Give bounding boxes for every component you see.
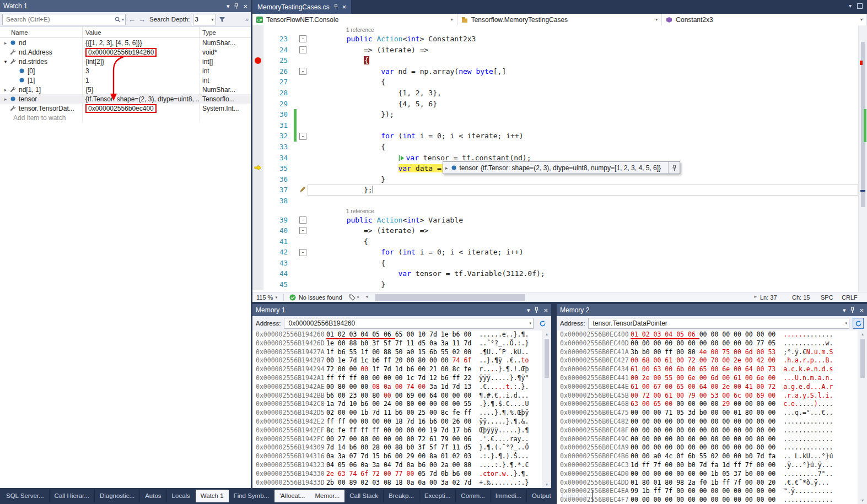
bottom-tab-allocat[interactable]: 'Allocat...: [274, 490, 310, 502]
glyph-margin[interactable]: [252, 196, 263, 207]
memory2-scrollbar[interactable]: ▴ ▾: [858, 330, 867, 504]
glyph-margin[interactable]: [252, 185, 263, 196]
memory-row[interactable]: 0x000002556B0EC4DD01 80 01 80 98 2a f0 1…: [560, 479, 858, 487]
search-prev-icon[interactable]: ←: [128, 16, 136, 23]
memory-row[interactable]: 0x000002556B0EC4D000 00 00 00 00 00 00 1…: [560, 470, 858, 479]
memory-row[interactable]: 0x000002556B0EC44E61 00 67 00 65 00 64 0…: [560, 383, 858, 392]
chevron-down-icon[interactable]: ▾: [857, 17, 863, 22]
glyph-margin[interactable]: [252, 131, 263, 142]
glyph-margin[interactable]: [252, 55, 263, 66]
glyph-margin[interactable]: [252, 99, 263, 110]
glyph-margin[interactable]: [252, 109, 263, 120]
search-depth-select[interactable]: 3 ▾: [193, 14, 216, 25]
watch-row[interactable]: ▾nd.strides{int[2]}int[]: [0, 57, 251, 66]
collapse-icon[interactable]: -: [299, 227, 306, 234]
window-position-icon[interactable]: ▾: [227, 3, 230, 9]
fold-margin[interactable]: -: [298, 131, 308, 142]
scroll-right-icon[interactable]: ▸: [754, 294, 757, 299]
zoom-select[interactable]: 115 % ▾: [252, 294, 281, 301]
memory-row[interactable]: 0x000002556B0EC49C00 00 00 00 00 00 00 0…: [560, 435, 858, 444]
float-window-icon[interactable]: [857, 3, 863, 9]
fold-margin[interactable]: [298, 174, 308, 185]
code-line[interactable]: 37 };: [252, 185, 858, 196]
memory-row[interactable]: 0x000002556B0EC42700 68 00 61 00 72 00 7…: [560, 356, 858, 365]
glyph-margin[interactable]: [252, 225, 263, 236]
code-line[interactable]: 28 {1, 2, 3},: [252, 88, 858, 99]
active-files-icon[interactable]: ▾: [849, 3, 852, 9]
glyph-margin[interactable]: [252, 120, 263, 131]
address-input[interactable]: ▾: [284, 318, 534, 329]
memory-row[interactable]: 0x000002556B1943302e 63 74 6f 72 00 77 0…: [256, 470, 542, 479]
code-line[interactable]: 40- => (iterate) =>: [252, 225, 858, 236]
bottom-tab-call-hierar[interactable]: Call Hierar...: [50, 490, 95, 502]
bottom-tab-memor[interactable]: Memor...: [310, 490, 344, 502]
bottom-tab-immedi[interactable]: Immedi...: [491, 490, 527, 502]
memory-row[interactable]: 0x000002556B19427A1f b6 55 1f 00 88 50 a…: [256, 348, 542, 357]
fold-margin[interactable]: [298, 25, 308, 34]
memory-row[interactable]: 0x000002556B1942A1ff ff ff 00 00 00 00 1…: [256, 374, 542, 383]
expander-icon[interactable]: ▸: [2, 87, 9, 93]
refresh-icon[interactable]: [853, 318, 864, 329]
close-icon[interactable]: ×: [543, 307, 548, 313]
glyph-margin[interactable]: [252, 215, 263, 226]
scroll-down-icon[interactable]: ▾: [542, 482, 551, 487]
scroll-down-icon[interactable]: ▾: [858, 498, 867, 503]
memory-row[interactable]: 0x000002556B0EC4B600 00 a0 4c 0f 6b 55 0…: [560, 452, 858, 461]
memory1-titlebar[interactable]: Memory 1 ▾ ×: [252, 304, 551, 316]
fold-margin[interactable]: [298, 279, 308, 290]
bottom-tab-watch-1[interactable]: Watch 1: [196, 490, 229, 502]
memory-row[interactable]: 0x000002556B0EC4EA99 1b ff 7f 00 00 00 0…: [560, 487, 858, 496]
code-line[interactable]: 24- => (iterate) =>: [252, 45, 858, 56]
bottom-tab-diagnostic[interactable]: Diagnostic...: [95, 490, 140, 502]
memory-row[interactable]: 0x000002556B0EC4A900 00 00 00 00 00 00 0…: [560, 443, 858, 452]
memory-row[interactable]: 0x000002556B0EC46863 00 65 00 00 00 00 0…: [560, 400, 858, 409]
codelens-references[interactable]: 1 reference: [312, 208, 374, 214]
chevron-down-icon[interactable]: ▾: [529, 321, 531, 326]
scrollbar-thumb[interactable]: [375, 294, 525, 301]
glyph-margin[interactable]: [252, 25, 263, 34]
bottom-tab-call-stack[interactable]: Call Stack: [344, 490, 384, 502]
memory-row[interactable]: 0x000002556B19426001 02 03 04 05 06 65 0…: [256, 330, 542, 339]
breadcrumb-segment-0[interactable]: C#TensorFlowNET.Console▾: [252, 14, 457, 25]
fold-margin[interactable]: [298, 163, 308, 174]
bottom-tab-breakp[interactable]: Breakp...: [384, 490, 419, 502]
glyph-margin[interactable]: [252, 268, 263, 279]
code-line[interactable]: 29 {4, 5, 6}: [252, 99, 858, 110]
fold-margin[interactable]: [298, 207, 308, 215]
editor-scrollbar[interactable]: [858, 25, 867, 292]
bottom-tab-error-list[interactable]: Error List: [557, 490, 593, 502]
bottom-tab-excepti[interactable]: Excepti...: [419, 490, 456, 502]
collapse-icon[interactable]: -: [299, 249, 306, 256]
glyph-margin[interactable]: [252, 153, 263, 164]
memory-row[interactable]: 0x000002556B1942BBb6 00 23 00 80 00 00 6…: [256, 392, 542, 400]
fold-margin[interactable]: [298, 88, 308, 99]
memory-row[interactable]: 0x000002556B1942FC00 27 00 80 00 00 00 0…: [256, 435, 542, 444]
collapse-icon[interactable]: -: [299, 46, 306, 53]
glyph-margin[interactable]: [252, 279, 263, 290]
fold-margin[interactable]: [298, 153, 308, 164]
memory-row[interactable]: 0x000002556B0EC40D00 00 00 00 00 00 00 0…: [560, 339, 858, 348]
memory1-scrollbar[interactable]: ▴ ▾: [542, 330, 551, 488]
address-field[interactable]: [287, 319, 529, 328]
glyph-margin[interactable]: [252, 142, 263, 153]
code-line[interactable]: 32- for (int i = 0; i < iterate; i++): [252, 131, 858, 142]
glyph-margin[interactable]: [252, 34, 263, 45]
bottom-tab-comm[interactable]: Comm...: [456, 490, 490, 502]
codelens-row[interactable]: 1 reference: [252, 25, 858, 34]
code-line[interactable]: 45 }: [252, 279, 858, 290]
horizontal-scrollbar[interactable]: ◂ ▸: [364, 292, 758, 302]
fold-margin[interactable]: [298, 99, 308, 110]
memory-row[interactable]: 0x000002556B1942C81a 7d 10 b6 00 24 00 8…: [256, 400, 542, 409]
glyph-margin[interactable]: [252, 163, 263, 174]
fold-margin[interactable]: [298, 77, 308, 88]
memory-row[interactable]: 0x000002556B19433D2b 00 89 02 03 08 18 0…: [256, 479, 542, 487]
fold-margin[interactable]: [298, 258, 308, 269]
pin-icon[interactable]: [668, 162, 680, 174]
expander-icon[interactable]: ▸: [2, 96, 9, 102]
code-line[interactable]: 27 {: [252, 77, 858, 88]
breadcrumb-segment-1[interactable]: Tensorflow.MemoryTestingCases▾: [457, 14, 663, 25]
search-input[interactable]: [5, 15, 115, 23]
code-line[interactable]: 42- for (int i = 0; i < iterate; i++): [252, 247, 858, 258]
search-next-icon[interactable]: →: [138, 16, 146, 23]
datatip[interactable]: ▸ tensor {tf.Tensor: shape=(2, 3), dtype…: [443, 161, 680, 174]
